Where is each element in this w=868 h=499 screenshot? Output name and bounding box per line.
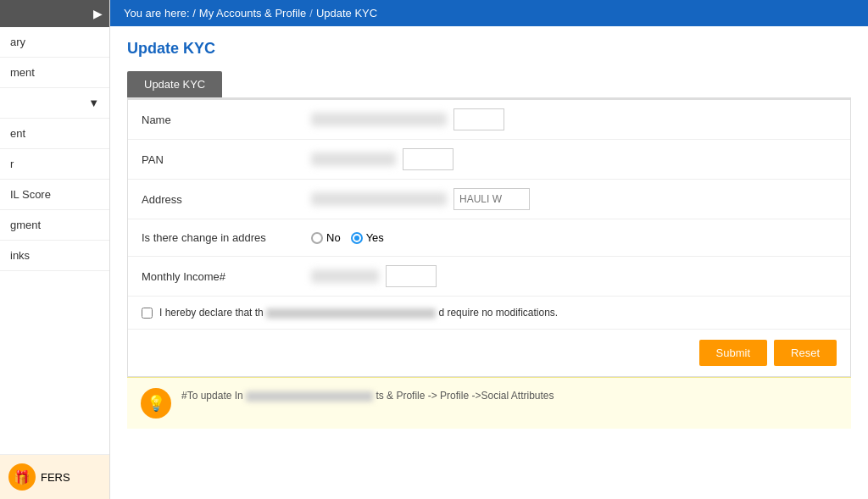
sidebar-item-segment[interactable]: ent [0, 119, 109, 149]
offers-icon: 🎁 [8, 463, 36, 491]
breadcrumb-separator: / [309, 7, 313, 19]
breadcrumb-accounts-link[interactable]: My Accounts & Profile [199, 7, 306, 19]
monthly-income-value [311, 265, 837, 287]
breadcrumb-current: Update KYC [316, 7, 377, 19]
action-row: Submit Reset [128, 330, 850, 376]
sidebar-item-management[interactable]: gment [0, 210, 109, 241]
page-title: Update KYC [127, 40, 851, 58]
sidebar-item-links[interactable]: inks [0, 241, 109, 271]
address-change-label: Is there change in addres [142, 231, 311, 244]
radio-no-circle [311, 232, 323, 244]
declaration-blurred [266, 308, 436, 319]
main-content: You are here: / My Accounts & Profile / … [110, 0, 868, 499]
info-lightbulb-icon: 💡 [141, 388, 171, 419]
info-bar: 💡 #To update In ts & Profile -> Profile … [127, 377, 851, 429]
name-label: Name [142, 114, 311, 126]
sidebar-item-summary[interactable]: ary [0, 27, 109, 58]
monthly-income-label: Monthly Income# [142, 270, 311, 283]
offers-label: FERS [41, 471, 70, 484]
form-row-name: Name [128, 100, 850, 140]
sidebar-item-short[interactable]: r [0, 149, 109, 180]
form-row-address-change: Is there change in addres No Yes [128, 219, 850, 257]
radio-yes-circle [351, 232, 363, 244]
info-text: #To update In ts & Profile -> Profile ->… [181, 388, 554, 403]
address-value [311, 188, 837, 210]
address-label: Address [142, 193, 311, 206]
form-row-address: Address [128, 180, 850, 219]
tab-bar: Update KYC [127, 71, 851, 99]
declaration-text: I hereby declare that th d require no mo… [159, 307, 558, 319]
kyc-form: Name PAN Address [127, 99, 851, 377]
sidebar-item-cibil[interactable]: IL Score [0, 180, 109, 210]
sidebar: ▶ ary ment ▼ ent r IL Score gment inks 🎁… [0, 0, 110, 499]
form-row-monthly-income: Monthly Income# [128, 257, 850, 297]
address-change-radio-group: No Yes [311, 231, 384, 244]
pan-value [311, 148, 837, 170]
radio-no[interactable]: No [311, 231, 341, 244]
radio-no-label: No [326, 231, 341, 244]
page-body: Update KYC Update KYC Name [110, 26, 868, 499]
name-blurred [311, 113, 447, 126]
chevron-down-icon: ▼ [88, 97, 99, 109]
breadcrumb: You are here: / My Accounts & Profile / … [110, 0, 868, 26]
submit-button[interactable]: Submit [699, 340, 767, 366]
chevron-right-icon: ▶ [93, 7, 103, 20]
address-input[interactable] [453, 188, 530, 210]
sidebar-item-investment[interactable]: ment [0, 58, 109, 88]
tab-update-kyc[interactable]: Update KYC [127, 71, 222, 97]
address-blurred [311, 192, 447, 206]
radio-yes-label: Yes [366, 231, 384, 244]
info-blurred [246, 391, 373, 402]
monthly-income-blurred [311, 269, 379, 283]
pan-label: PAN [142, 153, 311, 166]
radio-yes[interactable]: Yes [351, 231, 384, 244]
pan-input[interactable] [403, 148, 453, 170]
monthly-income-input[interactable] [386, 265, 437, 287]
name-input[interactable] [453, 108, 504, 130]
reset-button[interactable]: Reset [774, 340, 837, 366]
name-value [311, 108, 837, 130]
sidebar-offers[interactable]: 🎁 FERS [0, 454, 109, 499]
sidebar-toggle[interactable]: ▶ [0, 0, 109, 27]
pan-blurred [311, 152, 396, 166]
form-row-pan: PAN [128, 140, 850, 180]
declaration-checkbox[interactable] [142, 308, 153, 319]
breadcrumb-prefix: You are here: / [124, 7, 196, 19]
sidebar-item-dropdown[interactable]: ▼ [0, 88, 109, 119]
address-change-value: No Yes [311, 231, 837, 244]
declaration-row: I hereby declare that th d require no mo… [128, 297, 850, 330]
